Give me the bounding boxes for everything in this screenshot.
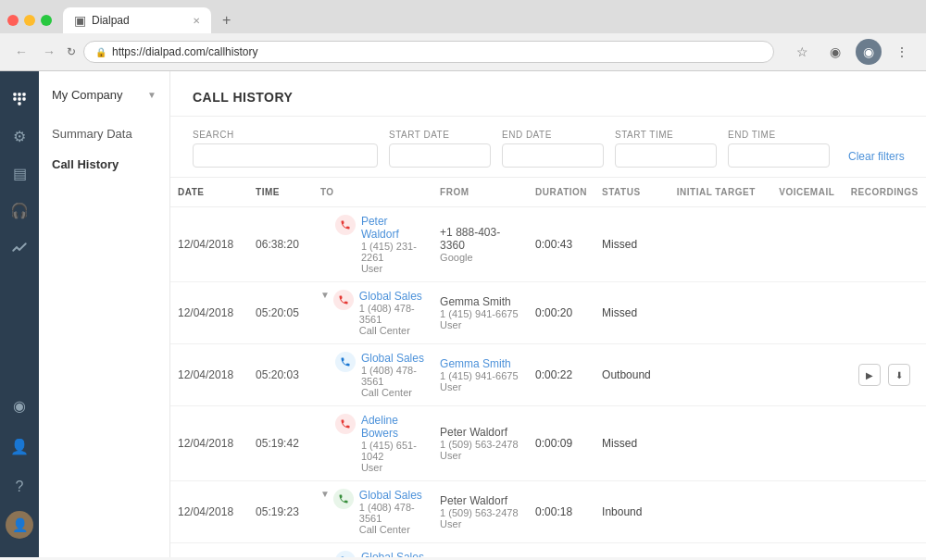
analytics-icon[interactable]: ▤ [3, 156, 36, 190]
profile-avatar[interactable]: ◉ [856, 39, 882, 65]
minimize-window-btn[interactable] [24, 15, 35, 26]
to-type: User [361, 462, 425, 473]
end-date-input[interactable] [502, 143, 604, 168]
svg-rect-4 [18, 97, 20, 100]
to-name-link[interactable]: Peter Waldorf [361, 215, 425, 241]
call-type-icon [333, 489, 354, 509]
sidebar-item-summary-data[interactable]: Summary Data [39, 118, 169, 149]
start-time-input[interactable] [615, 143, 717, 168]
col-header-target: INITIAL TARGET [661, 178, 770, 207]
cell-date: 12/04/2018 [170, 481, 248, 543]
cell-time: 06:38:20 [248, 207, 313, 282]
refresh-button[interactable]: ↻ [67, 45, 76, 58]
to-name-link[interactable]: Global Sales [361, 551, 425, 557]
end-time-group: END TIME [728, 130, 830, 168]
user-avatar-sidebar[interactable]: 👤 [6, 511, 33, 539]
search-input[interactable] [193, 143, 378, 168]
maximize-window-btn[interactable] [41, 15, 52, 26]
col-header-from: FROM [432, 178, 528, 207]
cell-time: 05:20:05 [248, 282, 313, 344]
to-number: 1 (408) 478-3561 [361, 365, 425, 387]
sidebar-item-call-history[interactable]: Call History [39, 149, 169, 180]
to-name-link[interactable]: Global Sales [361, 352, 425, 365]
company-selector[interactable]: My Company ▼ [39, 82, 169, 107]
to-name-link[interactable]: Global Sales [359, 489, 425, 502]
call-type-icon [333, 290, 354, 310]
col-header-voicemail: VOICEMAIL [770, 178, 843, 207]
cell-date: 12/04/2018 [170, 406, 248, 481]
menu-button[interactable]: ⋮ [889, 39, 915, 65]
cell-from: +1 888-403-3360Google [432, 207, 528, 282]
start-date-input[interactable] [389, 143, 491, 168]
clear-filters-button[interactable]: Clear filters [848, 145, 905, 168]
trending-icon[interactable] [3, 230, 36, 264]
cell-to: ▼ Global Sales 1 (408) 478-3561 Call Cen… [313, 282, 432, 344]
to-name-link[interactable]: Global Sales [359, 290, 425, 303]
play-recording-button[interactable]: ▶ [858, 364, 881, 386]
filters-bar: SEARCH START DATE END DATE START TIME EN… [170, 117, 926, 178]
page-header: CALL HISTORY [170, 71, 926, 117]
forward-button[interactable]: → [39, 43, 59, 61]
page-title: CALL HISTORY [193, 90, 904, 105]
bookmark-button[interactable]: ☆ [789, 39, 815, 65]
tab-favicon: ▣ [74, 13, 86, 28]
cell-recordings [843, 406, 926, 481]
new-tab-button[interactable]: + [215, 8, 238, 32]
cell-voicemail [770, 543, 843, 558]
close-window-btn[interactable] [7, 15, 19, 26]
cell-status: Outbound [594, 543, 661, 558]
main-content: CALL HISTORY SEARCH START DATE END DATE … [170, 71, 926, 557]
svg-rect-2 [22, 93, 25, 95]
end-time-input[interactable] [728, 143, 830, 168]
settings-icon[interactable]: ⚙ [3, 119, 36, 153]
url-bar[interactable]: 🔒 https://dialpad.com/callhistory [83, 41, 774, 63]
table-row: 12/04/2018 05:20:05 ▼ Global Sales 1 (40… [170, 282, 926, 344]
cell-from: Gemma Smith1 (415) 941-6675User [432, 282, 528, 344]
extensions-button[interactable]: ◉ [822, 39, 848, 65]
col-header-recordings: RECORDINGS [843, 178, 926, 207]
expand-row-button[interactable]: ▼ [320, 290, 330, 300]
headset-icon[interactable]: 🎧 [3, 193, 36, 227]
cell-voicemail [770, 344, 843, 406]
cell-from: Peter Waldorf1 (509) 563-2478User [432, 406, 528, 481]
cell-duration: 0:00:43 [528, 207, 594, 282]
cell-to: Global Sales 1 (408) 478-3561 Call Cente… [313, 344, 432, 406]
help-icon[interactable]: ? [3, 470, 36, 504]
cell-date: 12/04/2018 [170, 282, 248, 344]
browser-tab[interactable]: ▣ Dialpad ✕ [63, 7, 211, 33]
download-recording-button[interactable]: ⬇ [888, 364, 910, 386]
call-type-icon [335, 215, 356, 235]
contacts-icon[interactable]: 👤 [3, 429, 36, 463]
table-row: 12/04/2018 05:19:23 ▼ Global Sales 1 (40… [170, 481, 926, 543]
url-text: https://dialpad.com/callhistory [112, 45, 257, 58]
chevron-down-icon: ▼ [147, 90, 156, 100]
tab-close-btn[interactable]: ✕ [193, 16, 200, 26]
to-type: Call Center [359, 524, 425, 535]
to-type: Call Center [361, 387, 425, 398]
end-date-label: END DATE [502, 130, 604, 140]
voicemail-icon[interactable]: ◉ [3, 389, 36, 422]
cell-target [661, 344, 770, 406]
cell-recordings [843, 282, 926, 344]
cell-from: Peter Waldorf1 (509) 563-2478User [432, 481, 528, 543]
back-button[interactable]: ← [11, 43, 31, 61]
cell-recordings [843, 207, 926, 282]
cell-voicemail [770, 406, 843, 481]
from-link[interactable]: Peter Waldorf [440, 556, 520, 557]
recordings-cell: ▶ ⬇ [850, 364, 919, 386]
to-name-link[interactable]: Adeline Bowers [361, 414, 425, 440]
cell-status: Missed [594, 207, 661, 282]
table-row: 12/04/2018 06:38:20 Peter Waldorf 1 (415… [170, 207, 926, 282]
dialpad-logo-icon[interactable] [3, 82, 36, 116]
cell-to: Global Sales 1 (408) 478-3561 Call Cente… [313, 543, 432, 558]
from-link[interactable]: Gemma Smith [440, 357, 520, 370]
cell-status: Inbound [594, 481, 661, 543]
col-header-to: TO [313, 178, 432, 207]
svg-rect-6 [18, 102, 20, 105]
end-time-label: END TIME [728, 130, 830, 140]
expand-row-button[interactable]: ▼ [320, 489, 330, 499]
call-history-table-container: DATE TIME TO FROM DURATION STATUS INITIA… [170, 178, 926, 557]
col-header-date: DATE [170, 178, 248, 207]
table-row: 12/04/2018 05:19:20 Global Sales 1 (408)… [170, 543, 926, 558]
cell-recordings: ▶ ⬇ [843, 344, 926, 406]
